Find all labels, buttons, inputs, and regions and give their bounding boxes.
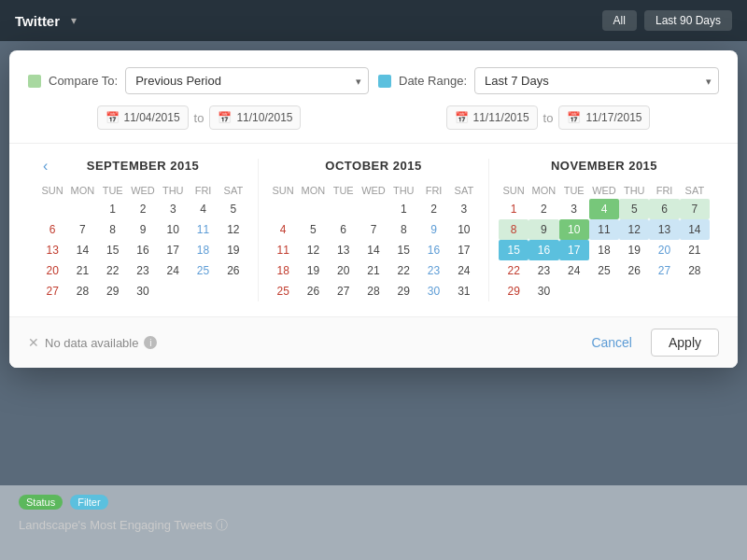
calendar-day[interactable]: 1 [388, 199, 418, 219]
calendar-day[interactable]: 19 [218, 240, 248, 260]
calendar-day[interactable]: 15 [388, 240, 418, 260]
calendar-day[interactable]: 20 [649, 240, 679, 260]
calendar-day[interactable]: 10 [158, 219, 188, 240]
calendar-day[interactable]: 29 [499, 281, 529, 301]
calendar-day[interactable]: 11 [589, 219, 619, 240]
calendar-day[interactable]: 4 [589, 199, 619, 219]
calendar-day[interactable]: 1 [499, 199, 529, 219]
calendar-day[interactable]: 17 [449, 240, 479, 260]
calendar-day[interactable]: 26 [619, 260, 649, 281]
calendar-day[interactable]: 6 [37, 219, 67, 240]
right-to-date[interactable]: 📅 11/17/2015 [558, 105, 650, 130]
calendar-day[interactable]: 17 [559, 240, 589, 260]
calendar-day[interactable]: 26 [298, 281, 328, 301]
calendar-day[interactable]: 5 [298, 219, 328, 240]
calendar-day[interactable]: 24 [559, 260, 589, 281]
calendar-day[interactable]: 16 [418, 240, 448, 260]
calendar-day[interactable]: 30 [529, 281, 558, 301]
calendar-day[interactable]: 9 [418, 219, 448, 240]
calendar-day[interactable]: 8 [499, 219, 529, 240]
calendar-day[interactable]: 18 [268, 260, 298, 281]
calendar-day[interactable]: 16 [128, 240, 158, 260]
calendar-day[interactable]: 8 [98, 219, 128, 240]
calendar-day[interactable]: 5 [619, 199, 649, 219]
calendar-day[interactable]: 1 [98, 199, 128, 219]
date-range-select[interactable]: Last 7 Days Last 30 Days Last 90 Days Cu… [474, 67, 719, 94]
calendar-day[interactable]: 23 [418, 260, 448, 281]
calendar-day[interactable]: 4 [268, 219, 298, 240]
calendar-day[interactable]: 27 [37, 281, 67, 301]
calendar-day[interactable]: 7 [680, 199, 710, 219]
calendar-day[interactable]: 6 [649, 199, 679, 219]
calendar-day[interactable]: 4 [188, 199, 218, 219]
calendar-day[interactable]: 24 [449, 260, 479, 281]
calendar-day[interactable]: 29 [388, 281, 418, 301]
calendar-day[interactable]: 3 [559, 199, 589, 219]
calendar-day[interactable]: 9 [529, 219, 558, 240]
calendar-day[interactable]: 13 [649, 219, 679, 240]
calendar-day[interactable]: 26 [218, 260, 248, 281]
calendar-day[interactable]: 27 [329, 281, 359, 301]
calendar-day[interactable]: 3 [449, 199, 479, 219]
calendar-day[interactable]: 13 [329, 240, 359, 260]
calendar-day[interactable]: 15 [98, 240, 128, 260]
calendar-day[interactable]: 27 [649, 260, 679, 281]
right-from-date[interactable]: 📅 11/11/2015 [446, 105, 538, 130]
last-90-days-button[interactable]: Last 90 Days [644, 10, 732, 31]
calendar-day[interactable]: 7 [67, 219, 97, 240]
calendar-day[interactable]: 24 [158, 260, 188, 281]
calendar-day[interactable]: 13 [37, 240, 67, 260]
calendar-day[interactable]: 14 [67, 240, 97, 260]
calendar-day[interactable]: 28 [680, 260, 710, 281]
calendar-day[interactable]: 18 [188, 240, 218, 260]
calendar-day[interactable]: 5 [218, 199, 248, 219]
info-icon[interactable]: i [144, 336, 157, 349]
calendar-day[interactable]: 2 [128, 199, 158, 219]
calendar-day[interactable]: 11 [268, 240, 298, 260]
all-button[interactable]: All [602, 10, 637, 31]
compare-to-select[interactable]: Previous Period Previous Year No Compari… [125, 67, 369, 94]
calendar-day[interactable]: 2 [529, 199, 558, 219]
calendar-day[interactable]: 11 [188, 219, 218, 240]
calendar-day[interactable]: 23 [529, 260, 558, 281]
calendar-day[interactable]: 29 [98, 281, 128, 301]
calendar-day[interactable]: 25 [268, 281, 298, 301]
cancel-button[interactable]: Cancel [580, 329, 643, 357]
calendar-day[interactable]: 22 [98, 260, 128, 281]
calendar-day[interactable]: 25 [188, 260, 218, 281]
calendar-day[interactable]: 8 [388, 219, 418, 240]
calendar-day[interactable]: 6 [329, 219, 359, 240]
calendar-day[interactable]: 19 [298, 260, 328, 281]
prev-month-button[interactable]: ‹ [37, 156, 53, 176]
calendar-day[interactable]: 17 [158, 240, 188, 260]
calendar-day[interactable]: 22 [388, 260, 418, 281]
calendar-day[interactable]: 12 [218, 219, 248, 240]
calendar-day[interactable]: 18 [589, 240, 619, 260]
calendar-day[interactable]: 20 [329, 260, 359, 281]
left-from-date[interactable]: 📅 11/04/2015 [97, 105, 189, 130]
calendar-day[interactable]: 20 [37, 260, 67, 281]
calendar-day[interactable]: 10 [559, 219, 589, 240]
calendar-day[interactable]: 30 [418, 281, 448, 301]
calendar-day[interactable]: 15 [499, 240, 529, 260]
calendar-day[interactable]: 23 [128, 260, 158, 281]
calendar-day[interactable]: 28 [67, 281, 97, 301]
calendar-day[interactable]: 31 [449, 281, 479, 301]
calendar-day[interactable]: 25 [589, 260, 619, 281]
calendar-day[interactable]: 21 [67, 260, 97, 281]
calendar-day[interactable]: 30 [128, 281, 158, 301]
calendar-day[interactable]: 28 [359, 281, 388, 301]
calendar-day[interactable]: 2 [418, 199, 448, 219]
calendar-day[interactable]: 12 [619, 219, 649, 240]
calendar-day[interactable]: 16 [529, 240, 558, 260]
left-to-date[interactable]: 📅 11/10/2015 [209, 105, 301, 130]
calendar-day[interactable]: 22 [499, 260, 529, 281]
calendar-day[interactable]: 14 [359, 240, 388, 260]
calendar-day[interactable]: 3 [158, 199, 188, 219]
calendar-day[interactable]: 10 [449, 219, 479, 240]
calendar-day[interactable]: 7 [359, 219, 388, 240]
calendar-day[interactable]: 12 [298, 240, 328, 260]
calendar-day[interactable]: 19 [619, 240, 649, 260]
apply-button[interactable]: Apply [651, 329, 719, 357]
calendar-day[interactable]: 21 [359, 260, 388, 281]
